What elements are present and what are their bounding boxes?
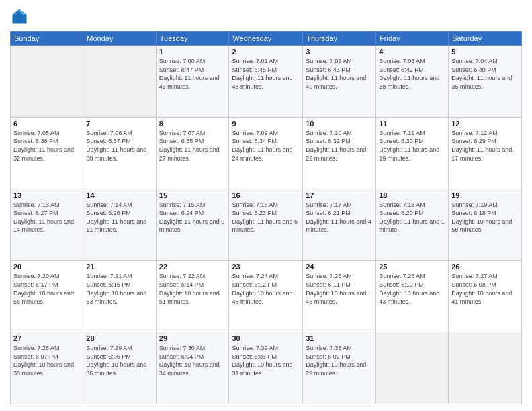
day-number: 4 <box>379 48 445 56</box>
day-info: Sunrise: 7:04 AM Sunset: 6:40 PM Dayligh… <box>451 57 519 91</box>
day-number: 15 <box>159 191 226 199</box>
day-number: 9 <box>232 120 300 128</box>
day-info: Sunrise: 7:24 AM Sunset: 6:12 PM Dayligh… <box>232 272 300 306</box>
day-number: 16 <box>232 191 300 199</box>
week-row-3: 13Sunrise: 7:13 AM Sunset: 6:27 PM Dayli… <box>11 189 522 261</box>
calendar-cell: 30Sunrise: 7:32 AM Sunset: 6:03 PM Dayli… <box>229 332 303 404</box>
calendar-cell: 9Sunrise: 7:09 AM Sunset: 6:34 PM Daylig… <box>229 117 303 189</box>
calendar-cell: 23Sunrise: 7:24 AM Sunset: 6:12 PM Dayli… <box>229 261 303 332</box>
weekday-header-friday: Friday <box>376 32 449 46</box>
calendar-cell: 5Sunrise: 7:04 AM Sunset: 6:40 PM Daylig… <box>449 46 522 118</box>
day-number: 18 <box>379 191 445 199</box>
day-number: 23 <box>232 263 300 271</box>
day-number: 2 <box>232 48 300 56</box>
calendar-cell: 29Sunrise: 7:30 AM Sunset: 6:04 PM Dayli… <box>156 332 229 404</box>
day-number: 19 <box>451 191 519 199</box>
calendar-cell: 10Sunrise: 7:10 AM Sunset: 6:32 PM Dayli… <box>303 117 376 189</box>
day-number: 8 <box>159 120 226 128</box>
day-info: Sunrise: 7:26 AM Sunset: 6:10 PM Dayligh… <box>379 272 445 306</box>
day-number: 11 <box>379 120 445 128</box>
day-number: 10 <box>306 120 373 128</box>
day-info: Sunrise: 7:33 AM Sunset: 6:02 PM Dayligh… <box>306 344 373 377</box>
day-info: Sunrise: 7:15 AM Sunset: 6:24 PM Dayligh… <box>159 201 226 234</box>
calendar-cell: 27Sunrise: 7:28 AM Sunset: 6:07 PM Dayli… <box>11 332 83 404</box>
day-info: Sunrise: 7:12 AM Sunset: 6:29 PM Dayligh… <box>451 129 519 163</box>
day-number: 27 <box>13 334 80 342</box>
day-number: 31 <box>306 334 373 342</box>
day-number: 25 <box>379 263 445 271</box>
calendar-cell: 25Sunrise: 7:26 AM Sunset: 6:10 PM Dayli… <box>376 261 449 332</box>
day-info: Sunrise: 7:32 AM Sunset: 6:03 PM Dayligh… <box>232 344 300 377</box>
day-info: Sunrise: 7:07 AM Sunset: 6:35 PM Dayligh… <box>159 129 226 163</box>
day-number: 14 <box>86 191 152 199</box>
day-number: 13 <box>13 191 80 199</box>
calendar-cell: 2Sunrise: 7:01 AM Sunset: 6:45 PM Daylig… <box>229 46 303 118</box>
day-info: Sunrise: 7:20 AM Sunset: 6:17 PM Dayligh… <box>13 272 80 306</box>
week-row-4: 20Sunrise: 7:20 AM Sunset: 6:17 PM Dayli… <box>11 261 522 332</box>
day-number: 20 <box>13 263 80 271</box>
weekday-header-row: SundayMondayTuesdayWednesdayThursdayFrid… <box>11 32 522 46</box>
weekday-header-thursday: Thursday <box>303 32 376 46</box>
week-row-1: 1Sunrise: 7:00 AM Sunset: 6:47 PM Daylig… <box>11 46 522 118</box>
week-row-2: 6Sunrise: 7:05 AM Sunset: 6:38 PM Daylig… <box>11 117 522 189</box>
day-info: Sunrise: 7:29 AM Sunset: 6:06 PM Dayligh… <box>86 344 152 377</box>
day-number: 26 <box>451 263 519 271</box>
day-number: 3 <box>306 48 373 56</box>
day-info: Sunrise: 7:18 AM Sunset: 6:20 PM Dayligh… <box>379 201 445 234</box>
calendar-cell: 3Sunrise: 7:02 AM Sunset: 6:43 PM Daylig… <box>303 46 376 118</box>
calendar-cell: 1Sunrise: 7:00 AM Sunset: 6:47 PM Daylig… <box>156 46 229 118</box>
day-info: Sunrise: 7:01 AM Sunset: 6:45 PM Dayligh… <box>232 57 300 91</box>
calendar-cell: 26Sunrise: 7:27 AM Sunset: 6:08 PM Dayli… <box>449 261 522 332</box>
weekday-header-wednesday: Wednesday <box>229 32 303 46</box>
day-info: Sunrise: 7:16 AM Sunset: 6:23 PM Dayligh… <box>232 201 300 234</box>
calendar-cell: 6Sunrise: 7:05 AM Sunset: 6:38 PM Daylig… <box>11 117 83 189</box>
calendar-cell: 12Sunrise: 7:12 AM Sunset: 6:29 PM Dayli… <box>449 117 522 189</box>
day-info: Sunrise: 7:14 AM Sunset: 6:26 PM Dayligh… <box>86 201 152 234</box>
day-info: Sunrise: 7:03 AM Sunset: 6:42 PM Dayligh… <box>379 57 445 91</box>
day-number: 29 <box>159 334 226 342</box>
calendar-cell <box>449 332 522 404</box>
day-info: Sunrise: 7:30 AM Sunset: 6:04 PM Dayligh… <box>159 344 226 377</box>
calendar-cell: 14Sunrise: 7:14 AM Sunset: 6:26 PM Dayli… <box>83 189 156 261</box>
day-number: 24 <box>306 263 373 271</box>
calendar-cell: 31Sunrise: 7:33 AM Sunset: 6:02 PM Dayli… <box>303 332 376 404</box>
day-info: Sunrise: 7:06 AM Sunset: 6:37 PM Dayligh… <box>86 129 152 163</box>
day-number: 28 <box>86 334 152 342</box>
calendar-cell: 15Sunrise: 7:15 AM Sunset: 6:24 PM Dayli… <box>156 189 229 261</box>
calendar-cell: 13Sunrise: 7:13 AM Sunset: 6:27 PM Dayli… <box>11 189 83 261</box>
calendar-cell: 17Sunrise: 7:17 AM Sunset: 6:21 PM Dayli… <box>303 189 376 261</box>
calendar-table: SundayMondayTuesdayWednesdayThursdayFrid… <box>10 31 522 404</box>
calendar-cell: 8Sunrise: 7:07 AM Sunset: 6:35 PM Daylig… <box>156 117 229 189</box>
day-number: 30 <box>232 334 300 342</box>
calendar-cell: 4Sunrise: 7:03 AM Sunset: 6:42 PM Daylig… <box>376 46 449 118</box>
calendar-cell: 28Sunrise: 7:29 AM Sunset: 6:06 PM Dayli… <box>83 332 156 404</box>
day-info: Sunrise: 7:13 AM Sunset: 6:27 PM Dayligh… <box>13 201 80 234</box>
day-number: 17 <box>306 191 373 199</box>
day-info: Sunrise: 7:11 AM Sunset: 6:30 PM Dayligh… <box>379 129 445 163</box>
day-info: Sunrise: 7:19 AM Sunset: 6:18 PM Dayligh… <box>451 201 519 234</box>
page: SundayMondayTuesdayWednesdayThursdayFrid… <box>0 0 532 411</box>
day-info: Sunrise: 7:27 AM Sunset: 6:08 PM Dayligh… <box>451 272 519 306</box>
day-info: Sunrise: 7:25 AM Sunset: 6:11 PM Dayligh… <box>306 272 373 306</box>
day-number: 1 <box>159 48 226 56</box>
calendar-cell <box>376 332 449 404</box>
calendar-cell: 16Sunrise: 7:16 AM Sunset: 6:23 PM Dayli… <box>229 189 303 261</box>
day-info: Sunrise: 7:21 AM Sunset: 6:15 PM Dayligh… <box>86 272 152 306</box>
day-number: 6 <box>13 120 80 128</box>
day-number: 5 <box>451 48 519 56</box>
calendar-cell: 7Sunrise: 7:06 AM Sunset: 6:37 PM Daylig… <box>83 117 156 189</box>
calendar-cell: 21Sunrise: 7:21 AM Sunset: 6:15 PM Dayli… <box>83 261 156 332</box>
calendar-cell: 20Sunrise: 7:20 AM Sunset: 6:17 PM Dayli… <box>11 261 83 332</box>
day-number: 7 <box>86 120 152 128</box>
calendar-cell: 19Sunrise: 7:19 AM Sunset: 6:18 PM Dayli… <box>449 189 522 261</box>
day-info: Sunrise: 7:02 AM Sunset: 6:43 PM Dayligh… <box>306 57 373 91</box>
calendar-cell: 22Sunrise: 7:22 AM Sunset: 6:14 PM Dayli… <box>156 261 229 332</box>
day-info: Sunrise: 7:05 AM Sunset: 6:38 PM Dayligh… <box>13 129 80 163</box>
calendar-cell: 18Sunrise: 7:18 AM Sunset: 6:20 PM Dayli… <box>376 189 449 261</box>
weekday-header-saturday: Saturday <box>449 32 522 46</box>
calendar-cell <box>11 46 83 118</box>
weekday-header-monday: Monday <box>83 32 156 46</box>
calendar-cell: 11Sunrise: 7:11 AM Sunset: 6:30 PM Dayli… <box>376 117 449 189</box>
calendar-cell: 24Sunrise: 7:25 AM Sunset: 6:11 PM Dayli… <box>303 261 376 332</box>
week-row-5: 27Sunrise: 7:28 AM Sunset: 6:07 PM Dayli… <box>11 332 522 404</box>
